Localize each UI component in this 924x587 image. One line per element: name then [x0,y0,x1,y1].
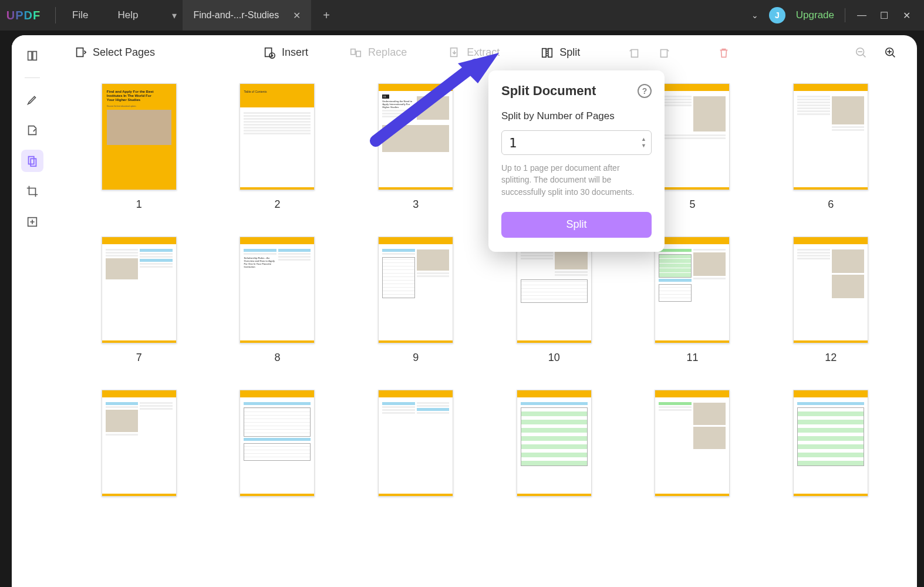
svg-rect-3 [77,48,83,56]
divider [55,7,56,23]
page-thumb[interactable]: 01Understanding the Need to Apply Intern… [365,83,467,211]
tools-icon[interactable] [21,211,43,233]
tab-title: Find-and-...r-Studies [193,10,279,21]
extract-label: Extract [467,46,500,59]
split-button[interactable]: Split [535,43,586,63]
stepper[interactable]: ▲▼ [641,137,646,149]
avatar[interactable]: J [769,7,785,23]
menu-file[interactable]: File [72,9,88,21]
insert-label: Insert [282,46,308,59]
svg-rect-4 [265,48,272,56]
pages-per-doc-input[interactable] [509,136,633,150]
thumbnail-grid-wrap[interactable]: Find and Apply For the BestInstitutes In… [53,70,917,587]
tab-close-icon[interactable]: ✕ [293,10,301,21]
page-thumb[interactable]: Table of Contents2 [227,83,329,211]
split-help-text: Up to 1 page per document after splittin… [501,162,652,198]
split-label: Split [559,46,580,59]
svg-rect-1 [31,158,36,166]
page-thumb[interactable]: 7 [88,237,190,364]
page-number: 2 [274,198,280,211]
menubar: File Help [64,9,138,21]
toolbar: Select Pages Insert Replace Extract Spli… [53,35,917,70]
separator [25,77,40,78]
tab-blank[interactable]: ▾ [161,0,183,31]
extract-button[interactable]: Extract [442,43,505,63]
zoom-in-icon[interactable] [879,43,902,63]
zoom-out-icon[interactable] [850,43,872,63]
divider [845,8,845,22]
page-thumb[interactable] [227,390,329,497]
reader-mode-icon[interactable] [21,45,43,67]
split-by-label: Split by Number of Pages [501,110,652,122]
page-number: 10 [548,352,560,364]
page-thumb[interactable]: 6 [780,83,882,211]
page-thumb[interactable]: Find and Apply For the BestInstitutes In… [88,83,190,211]
upgrade-link[interactable]: Upgrade [796,9,834,21]
page-thumb[interactable]: Scholarship Rules - An Overview and How … [227,237,329,364]
svg-rect-6 [351,49,355,54]
insert-button[interactable]: Insert [257,43,314,63]
delete-icon[interactable] [713,43,735,63]
chevron-down-icon[interactable]: ⌄ [751,11,758,20]
page-thumb[interactable] [88,390,190,497]
organize-pages-icon[interactable] [21,150,43,172]
split-confirm-button[interactable]: Split [501,212,652,238]
titlebar: UPDF File Help ▾ Find-and-...r-Studies ✕… [0,0,924,31]
window-controls: ⌄ J Upgrade — ☐ ✕ [751,7,924,23]
pages-per-doc-field[interactable]: ▲▼ [501,130,652,155]
replace-label: Replace [368,46,407,59]
page-number: 7 [136,352,142,364]
popover-title: Split Document [501,83,596,99]
svg-rect-10 [548,48,552,57]
page-number: 6 [828,198,834,211]
close-button[interactable]: ✕ [901,10,912,21]
help-icon[interactable]: ? [638,84,652,98]
step-up-icon[interactable]: ▲ [641,137,646,142]
replace-button[interactable]: Replace [343,43,413,63]
app-logo: UPDF [0,9,47,22]
maximize-button[interactable]: ☐ [878,10,890,21]
page-thumb[interactable] [503,390,605,497]
page-thumb[interactable] [642,390,744,497]
crop-icon[interactable] [21,180,43,203]
svg-rect-7 [356,51,360,56]
tab-strip: ▾ Find-and-...r-Studies ✕ + [161,0,751,31]
page-number: 1 [136,198,142,211]
page-number: 3 [413,198,419,211]
sidebar [12,35,53,587]
split-popover: Split Document ? Split by Number of Page… [488,70,665,252]
page-thumb[interactable]: 11 [642,237,744,364]
page-number: 12 [825,352,837,364]
page-number: 9 [413,352,419,364]
page-number: 11 [686,352,698,364]
page-number: 8 [274,352,280,364]
page-thumb[interactable]: 12 [780,237,882,364]
content-area: Select Pages Insert Replace Extract Spli… [53,35,917,587]
select-pages-button[interactable]: Select Pages [68,43,161,63]
highlighter-icon[interactable] [21,89,43,111]
svg-rect-9 [542,48,546,57]
edit-icon[interactable] [21,119,43,141]
menu-help[interactable]: Help [117,9,138,21]
page-thumb[interactable] [780,390,882,497]
select-pages-label: Select Pages [93,46,155,59]
svg-rect-11 [632,49,638,57]
svg-rect-12 [661,49,667,57]
rotate-left-icon[interactable] [623,43,646,63]
new-tab-icon[interactable]: + [323,9,330,22]
document-tab[interactable]: Find-and-...r-Studies ✕ [183,0,311,31]
svg-rect-8 [451,48,457,56]
minimize-button[interactable]: — [856,10,868,21]
page-thumb[interactable]: 10 [503,237,605,364]
app-frame: Select Pages Insert Replace Extract Spli… [12,35,917,587]
thumbnail-grid: Find and Apply For the BestInstitutes In… [88,83,882,497]
page-thumb[interactable]: 9 [365,237,467,364]
page-thumb[interactable] [365,390,467,497]
step-down-icon[interactable]: ▼ [641,143,646,149]
rotate-right-icon[interactable] [653,43,675,63]
page-number: 5 [689,198,695,211]
